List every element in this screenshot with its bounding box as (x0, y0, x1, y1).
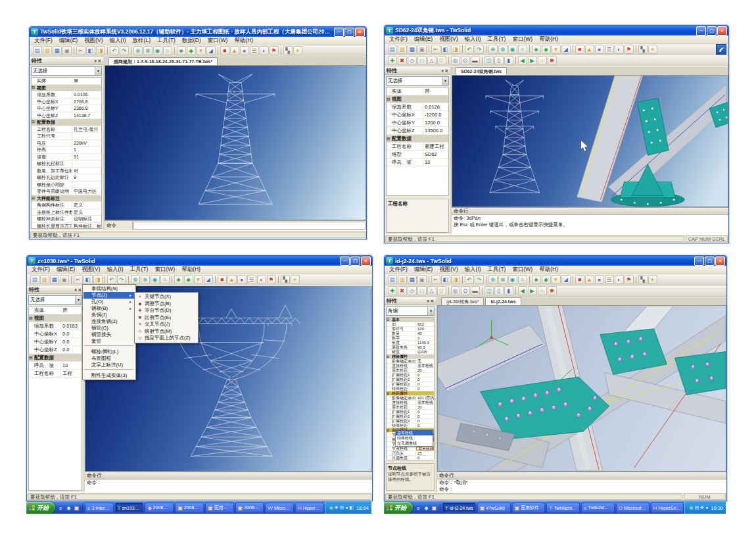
toolbar-icon[interactable]: ■ (218, 275, 227, 284)
toolbar-icon[interactable]: ✱ (548, 286, 557, 295)
toolbar-icon[interactable]: ⊗ (498, 275, 508, 284)
toolbar-icon[interactable] (215, 276, 216, 283)
toolbar-icon[interactable] (529, 276, 530, 283)
property-row[interactable]: ⊟螺栓长度显示方式构件标注、标注对象 (32, 223, 101, 230)
toolbar-icon[interactable]: ⊕ (133, 46, 143, 55)
titlebar[interactable]: T TwSolid铁塔三维实体放样系统V3.2006.12.17（辅助软件）- … (30, 27, 366, 37)
submenu-option[interactable]: ✱比例节点(E) (135, 314, 197, 322)
toolbar-icon[interactable]: ▣ (417, 275, 427, 284)
toolbar-icon[interactable]: ○ (160, 275, 170, 284)
toolbar-icon[interactable]: ◐ (257, 275, 266, 284)
toolbar-icon[interactable]: ▽ (437, 56, 446, 65)
toolbar-icon[interactable]: ■ (575, 275, 584, 284)
toolbar-icon[interactable]: ◇ (408, 286, 417, 295)
toolbar-icon[interactable] (174, 47, 175, 55)
tray-icon[interactable]: ▤ (694, 505, 699, 510)
toolbar-icon[interactable]: ⊗ (141, 275, 150, 284)
toolbar-icon[interactable]: ▥ (40, 275, 49, 284)
property-row[interactable]: ⊟大样图标注 (32, 195, 101, 203)
chevron-down-icon[interactable]: ▼ (442, 77, 448, 85)
toolbar-icon[interactable] (448, 287, 449, 295)
menu-option[interactable] (85, 369, 133, 372)
property-row[interactable]: ⊟缩放系数0.0163 (29, 322, 82, 330)
toolbar-icon[interactable]: ⊗ (143, 46, 153, 55)
toolbar-icon[interactable]: ▤ (388, 45, 397, 54)
toolbar-icon[interactable]: ▼ (197, 46, 206, 55)
start-button[interactable]: 开始 (26, 502, 55, 514)
panel-close-icon[interactable]: ▾ ✕ (74, 287, 82, 293)
command-line[interactable]: 命令： (437, 486, 726, 493)
property-row[interactable]: ⊟呼高、坡10 (387, 159, 448, 166)
toolbar-icon[interactable]: ↶ (465, 275, 474, 284)
property-row[interactable]: ⊟零件号100 (387, 327, 434, 332)
taskbar-button[interactable]: HHyperSnap-DX (651, 503, 684, 513)
property-row[interactable]: ⊟呼高、坡10 (29, 362, 82, 370)
toolbar-icon[interactable]: ▤ (388, 275, 397, 284)
toolbar-icon[interactable]: ◆ (184, 275, 193, 284)
panel-close-icon[interactable]: ▾ ✕ (427, 299, 434, 304)
property-row[interactable]: ⊟扩展栓距30 (387, 382, 434, 387)
property-row[interactable]: ⊟校验属性 (387, 355, 434, 359)
collapse-icon[interactable]: ⊟ (29, 354, 34, 361)
minimize-button[interactable]: ─ (694, 257, 704, 266)
toolbar-icon[interactable]: ✱ (548, 56, 557, 65)
toolbar-icon[interactable]: ◢ (561, 275, 571, 284)
toolbar-icon[interactable]: △ (427, 56, 437, 65)
menu-item[interactable]: 视图(V) (436, 266, 461, 274)
property-row[interactable]: ⊟实体屏 (29, 307, 82, 314)
toolbar-icon[interactable]: ⊙ (461, 56, 470, 65)
menu-option[interactable]: 套管 (83, 338, 135, 345)
toolbar-icon[interactable]: ▲ (585, 45, 594, 54)
submenu-option[interactable]: ◆调整节点(B) (135, 301, 197, 308)
property-row[interactable]: ⊟中心坐标Z0.0 (29, 346, 82, 354)
quick-launch-icon[interactable]: ◆ (423, 504, 430, 512)
chevron-down-icon[interactable]: ▼ (427, 307, 434, 315)
toolbar-icon[interactable]: ▲ (227, 275, 237, 284)
toolbar-icon[interactable]: ◨ (96, 46, 105, 55)
titlebar[interactable]: T SD62-24双角钢.tws - TwSolid ─ ▢ ✕ (385, 26, 728, 36)
tray-icon[interactable]: ◉ (689, 505, 693, 510)
menu-item[interactable]: 工具(T) (154, 37, 179, 45)
toolbar-icon[interactable]: ▬ (471, 56, 480, 65)
toolbar-icon[interactable]: ⊙ (461, 286, 470, 295)
menu-item[interactable]: 输入(I) (104, 266, 127, 274)
menu-item[interactable]: 帮助(H) (536, 266, 561, 274)
toolbar-icon[interactable]: ● (237, 275, 247, 284)
toolbar-icon[interactable]: ⊕ (488, 45, 498, 54)
maximize-button[interactable]: ▢ (707, 26, 717, 36)
titlebar[interactable]: T ld-j2-24.tws - TwSolid ─ ▢ ✕ (385, 256, 726, 266)
property-row[interactable]: ⊟实体屏 (32, 78, 101, 85)
toolbar-icon[interactable]: ◈ (532, 45, 541, 54)
property-row[interactable]: ⊟螺栓孔径标注 (32, 160, 101, 168)
toolbar-icon[interactable] (573, 45, 573, 53)
taskbar-button[interactable]: e3 Interne... (85, 503, 114, 513)
menu-item[interactable]: 窗口(W) (509, 266, 536, 274)
toolbar-icon[interactable]: ✧ (538, 56, 547, 65)
toolbar-icon[interactable]: ✚ (388, 56, 397, 65)
toolbar-icon[interactable]: ↶ (110, 46, 119, 55)
maximize-button[interactable]: ▢ (705, 257, 715, 266)
panel-close-icon[interactable]: ▾ ✕ (94, 59, 101, 64)
menu-item[interactable]: 数据(D) (179, 37, 204, 45)
close-button[interactable]: ✕ (715, 257, 725, 266)
toolbar-icon[interactable] (74, 47, 74, 55)
taskbar-button[interactable]: ◆2008通讯录 (145, 503, 174, 513)
taskbar-button[interactable]: ▣20080121迁 (235, 503, 264, 513)
toolbar-icon[interactable]: ▦ (408, 275, 417, 284)
property-row[interactable]: ⊟扩展栓距10 (387, 410, 434, 414)
selection-combobox[interactable]: 无选择▼ (31, 66, 102, 76)
collapse-icon[interactable]: ⊟ (29, 314, 34, 322)
toolbar-icon[interactable] (218, 47, 218, 55)
menu-item[interactable]: 输入(I) (461, 36, 484, 43)
toolbar-icon[interactable]: ✦ (648, 275, 657, 284)
toolbar-icon[interactable]: ◆ (542, 45, 551, 54)
property-row[interactable]: ⊟基本栓距20 (387, 368, 434, 373)
menu-item[interactable]: 编辑(E) (53, 266, 78, 274)
toolbar-icon[interactable] (128, 276, 129, 283)
toolbar-icon[interactable]: ⚑ (267, 275, 276, 284)
menu-option[interactable]: 螺栓/脚钉(L) (83, 349, 135, 355)
menu-option[interactable]: 布置图框 (83, 355, 135, 362)
toolbar-icon[interactable]: ◉ (508, 45, 517, 54)
view-tab[interactable]: g4-36r转角.tws* (441, 297, 484, 305)
toolbar-icon[interactable]: ↶ (107, 275, 116, 284)
